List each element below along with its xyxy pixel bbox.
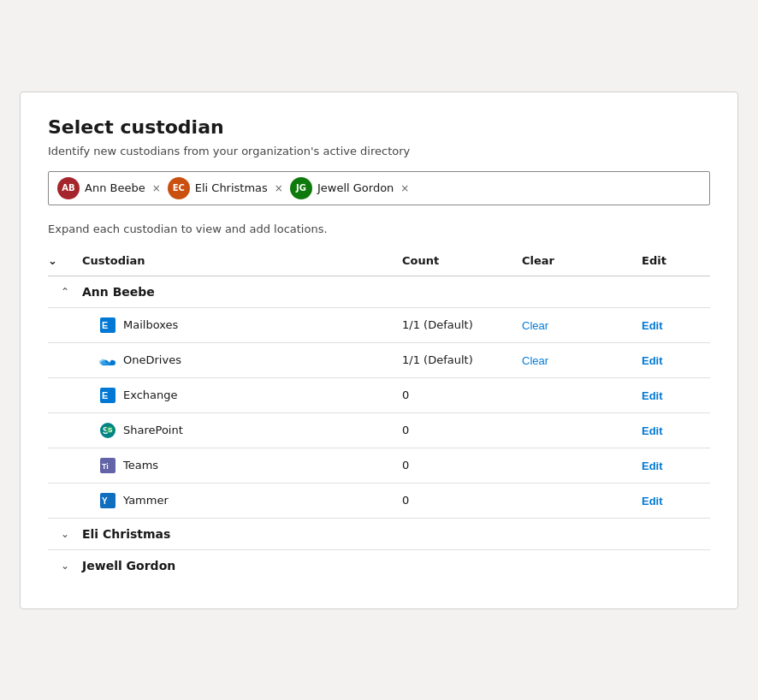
custodian-tag-ec: EC Eli Christmas × bbox=[168, 177, 285, 199]
exchange-edit-button[interactable]: Edit bbox=[642, 389, 663, 402]
sharepoint-count: 0 bbox=[402, 424, 522, 436]
custodian-row-jewell[interactable]: ⌄ Jewell Gordon bbox=[48, 550, 710, 581]
service-label-exchange: E Exchange bbox=[82, 387, 402, 404]
avatar-ab: AB bbox=[57, 177, 80, 199]
yammer-edit-button[interactable]: Edit bbox=[642, 495, 663, 507]
onedrives-count: 1/1 (Default) bbox=[402, 353, 522, 366]
service-label-yammer: Y Yammer bbox=[82, 492, 402, 509]
avatar-jg: JG bbox=[290, 177, 312, 199]
remove-tag-ec[interactable]: × bbox=[273, 182, 285, 194]
svg-text:S: S bbox=[108, 426, 113, 434]
mailboxes-edit-cell: Edit bbox=[642, 317, 710, 333]
service-label-sharepoint: S S SharePoint bbox=[82, 422, 402, 439]
table-header: ⌄ Custodian Count Clear Edit bbox=[48, 246, 710, 276]
remove-tag-jg[interactable]: × bbox=[399, 182, 411, 194]
exchange-count: 0 bbox=[402, 389, 522, 401]
sub-row-yammer: Y Yammer 0 Edit bbox=[48, 483, 710, 518]
exchange-icon: E bbox=[99, 387, 116, 404]
mailboxes-clear-cell: Clear bbox=[522, 317, 642, 333]
avatar-ec: EC bbox=[168, 177, 190, 199]
page-title: Select custodian bbox=[48, 116, 710, 138]
remove-tag-ab[interactable]: × bbox=[151, 182, 163, 194]
onedrives-text: OneDrives bbox=[123, 353, 181, 366]
sort-chevron-icon: ⌄ bbox=[48, 254, 57, 267]
sub-row-exchange: E Exchange 0 Edit bbox=[48, 378, 710, 413]
custodian-row-eli[interactable]: ⌄ Eli Christmas bbox=[48, 519, 710, 550]
onedrives-clear-cell: Clear bbox=[522, 352, 642, 368]
chevron-ann: ⌃ bbox=[48, 286, 82, 298]
onedrives-icon bbox=[99, 352, 116, 369]
svg-text:Ti: Ti bbox=[102, 462, 109, 471]
mailboxes-edit-button[interactable]: Edit bbox=[642, 319, 663, 332]
teams-edit-cell: Edit bbox=[642, 457, 710, 473]
sharepoint-edit-button[interactable]: Edit bbox=[642, 424, 663, 437]
custodian-name-ann: Ann Beebe bbox=[82, 285, 402, 299]
yammer-edit-cell: Edit bbox=[642, 492, 710, 508]
yammer-icon: Y bbox=[99, 492, 116, 509]
mailboxes-icon: E bbox=[99, 317, 116, 334]
teams-icon: Ti bbox=[99, 457, 116, 474]
custodian-tag-jg: JG Jewell Gordon × bbox=[290, 177, 411, 199]
onedrives-clear-button[interactable]: Clear bbox=[522, 354, 548, 367]
onedrives-edit-cell: Edit bbox=[642, 352, 710, 368]
page-subtitle: Identify new custodians from your organi… bbox=[48, 145, 710, 157]
onedrives-edit-button[interactable]: Edit bbox=[642, 354, 663, 367]
custodian-name-jewell: Jewell Gordon bbox=[82, 559, 402, 572]
mailboxes-clear-button[interactable]: Clear bbox=[522, 319, 548, 332]
tag-name-ec: Eli Christmas bbox=[195, 181, 268, 194]
sub-row-sharepoint: S S SharePoint 0 Edit bbox=[48, 413, 710, 448]
header-clear: Clear bbox=[522, 251, 642, 270]
chevron-jewell: ⌄ bbox=[48, 560, 82, 572]
teams-edit-button[interactable]: Edit bbox=[642, 460, 663, 472]
header-edit: Edit bbox=[642, 251, 710, 270]
service-label-teams: Ti Teams bbox=[82, 457, 402, 474]
custodian-tag-ab: AB Ann Beebe × bbox=[57, 177, 163, 199]
expand-instruction: Expand each custodian to view and add lo… bbox=[48, 222, 710, 235]
yammer-count: 0 bbox=[402, 494, 522, 507]
sub-row-mailboxes: E Mailboxes 1/1 (Default) Clear Edit bbox=[48, 308, 710, 343]
svg-text:Y: Y bbox=[102, 496, 108, 506]
service-label-mailboxes: E Mailboxes bbox=[82, 317, 402, 334]
svg-text:E: E bbox=[102, 390, 108, 400]
custodian-name-eli: Eli Christmas bbox=[82, 527, 402, 541]
custodian-row-ann[interactable]: ⌃ Ann Beebe bbox=[48, 276, 710, 308]
yammer-text: Yammer bbox=[123, 494, 169, 507]
sharepoint-edit-cell: Edit bbox=[642, 422, 710, 438]
mailboxes-text: Mailboxes bbox=[123, 318, 178, 331]
custodian-section-ann: ⌃ Ann Beebe E Mailboxes 1/1 (Default) Cl… bbox=[48, 276, 710, 519]
exchange-edit-cell: Edit bbox=[642, 387, 710, 403]
select-custodian-panel: Select custodian Identify new custodians… bbox=[20, 92, 738, 609]
service-label-onedrives: OneDrives bbox=[82, 352, 402, 369]
svg-text:E: E bbox=[102, 320, 108, 330]
exchange-text: Exchange bbox=[123, 389, 178, 401]
sub-row-onedrives: OneDrives 1/1 (Default) Clear Edit bbox=[48, 343, 710, 378]
header-count: Count bbox=[402, 251, 522, 270]
chevron-eli: ⌄ bbox=[48, 528, 82, 540]
tag-name-ab: Ann Beebe bbox=[85, 181, 145, 194]
custodian-search-input[interactable]: AB Ann Beebe × EC Eli Christmas × JG Jew… bbox=[48, 171, 710, 205]
mailboxes-count: 1/1 (Default) bbox=[402, 318, 522, 331]
tag-name-jg: Jewell Gordon bbox=[317, 181, 394, 194]
header-chevron-col: ⌄ bbox=[48, 251, 82, 270]
header-custodian: Custodian bbox=[82, 251, 402, 270]
teams-text: Teams bbox=[123, 459, 158, 472]
teams-count: 0 bbox=[402, 459, 522, 472]
sharepoint-icon: S S bbox=[99, 422, 116, 439]
sub-row-teams: Ti Teams 0 Edit bbox=[48, 448, 710, 483]
sharepoint-text: SharePoint bbox=[123, 424, 183, 436]
